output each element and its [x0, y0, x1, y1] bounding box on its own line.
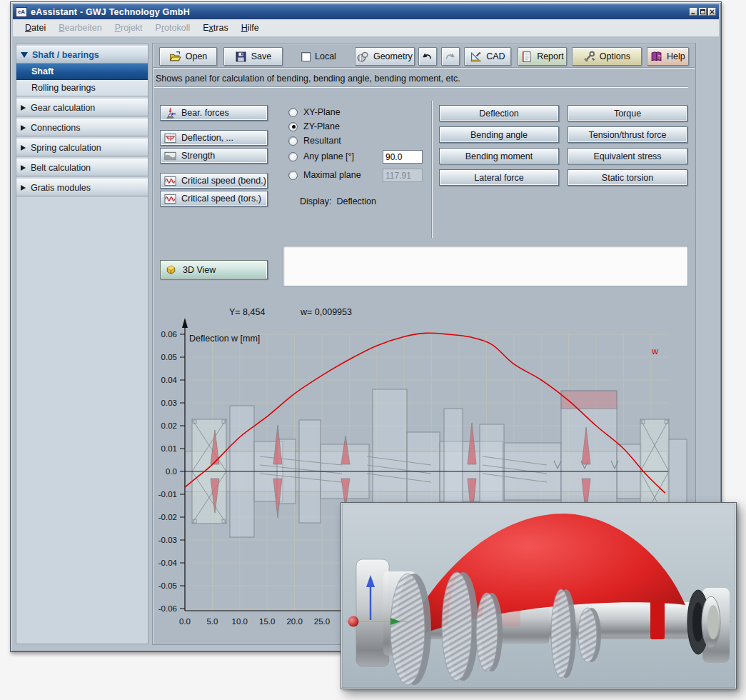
sidebar-item-belt-calculation[interactable]: Belt calculation	[16, 159, 148, 176]
resultant-radio[interactable]	[288, 136, 298, 146]
toolbar-button-label: Options	[600, 51, 630, 61]
info-panel	[283, 246, 688, 286]
minimize-button[interactable]	[690, 8, 697, 16]
calc-button-label: Bear. forces	[181, 108, 229, 118]
menu-bar: DateiBearbeitenProjektProtokollExtrasHil…	[13, 19, 719, 36]
strength-button[interactable]: Strength	[160, 148, 268, 164]
local-checkbox-label: Local	[315, 51, 336, 61]
view-3d-label: 3D View	[183, 265, 216, 275]
sidebar-item-shaft-bearings[interactable]: Shaft / bearings	[16, 46, 148, 64]
critical-speed-bend-button[interactable]: Critical speed (bend.)	[160, 173, 268, 189]
deflection-button[interactable]: Deflection, ...	[160, 130, 268, 146]
any-plane-radio-label: Any plane [°]	[303, 151, 354, 161]
resultant-radio-label: Resultant	[303, 136, 341, 146]
sidebar-item-spring-calculation[interactable]: Spring calculation	[16, 139, 148, 156]
plane-radio-row-any-plane: Any plane [°]	[288, 151, 354, 161]
local-checkbox[interactable]	[301, 52, 311, 61]
plane-radio-row-maximal-plane: Maximal plane	[288, 170, 361, 180]
title-bar[interactable]: eA eAssistant - GWJ Technology GmbH	[13, 4, 719, 19]
sidebar-item-label: Gratis modules	[31, 183, 91, 193]
equivalent-stress-button[interactable]: Equivalent stress	[568, 148, 687, 164]
close-button[interactable]	[708, 8, 716, 16]
options-tools-icon	[583, 51, 595, 63]
readout-y: Y= 8,454	[229, 307, 265, 317]
critical-speed-tors-button[interactable]: Critical speed (tors.)	[160, 191, 268, 206]
status-divider	[154, 86, 688, 88]
xy-plane-radio-label: XY-Plane	[303, 107, 341, 117]
result-button-label: Deflection	[479, 109, 519, 119]
help-button[interactable]: ?Help	[647, 47, 689, 66]
sidebar-item-shaft[interactable]: Shaft	[16, 64, 148, 80]
window-title: eAssistant - GWJ Technology GmbH	[31, 7, 688, 17]
shaft-3d-render[interactable]	[342, 504, 735, 688]
result-button-label: Equivalent stress	[593, 151, 661, 161]
zy-plane-radio[interactable]	[288, 122, 298, 131]
calc-button-label: Strength	[181, 151, 215, 161]
any-plane-radio[interactable]	[288, 152, 298, 161]
svg-text:5.0: 5.0	[206, 617, 218, 626]
menu-projekt: Projekt	[109, 21, 149, 34]
save-disk-icon	[235, 51, 247, 63]
strength-wave-icon	[164, 150, 176, 162]
menu-hilfe[interactable]: Hilfe	[235, 21, 266, 34]
deflection-button[interactable]: Deflection	[439, 105, 559, 121]
desktop-background: eA eAssistant - GWJ Technology GmbH Date…	[0, 0, 746, 700]
tension-thrust-force-button[interactable]: Tension/thrust force	[568, 126, 687, 143]
geometry-button[interactable]: Geometry	[355, 47, 415, 66]
module-sidebar: Shaft / bearingsShaftRolling bearingsGea…	[16, 44, 148, 644]
xy-plane-radio[interactable]	[288, 108, 298, 117]
undo-arrow-icon	[421, 51, 433, 63]
svg-text:-0.01: -0.01	[158, 490, 177, 499]
cad-button[interactable]: CAD	[464, 47, 511, 66]
display-indicator: Display: Deflection	[300, 196, 376, 206]
svg-text:-0.06: -0.06	[158, 604, 177, 613]
plane-radio-row-zy-plane: ZY-Plane	[288, 121, 340, 131]
report-button[interactable]: Report	[518, 47, 567, 66]
sidebar-item-gear-calculation[interactable]: Gear calculation	[16, 99, 148, 116]
static-torsion-button[interactable]: Static torsion	[568, 169, 687, 186]
save-button[interactable]: Save	[223, 47, 283, 66]
menu-extras[interactable]: Extras	[196, 21, 234, 34]
toolbar-button-label: CAD	[486, 51, 505, 61]
menu-datei[interactable]: Datei	[19, 21, 52, 34]
sidebar-item-label: Belt calculation	[31, 163, 91, 173]
svg-text:0.0: 0.0	[179, 617, 191, 626]
svg-text:15.0: 15.0	[259, 617, 275, 626]
sidebar-item-rolling-bearings[interactable]: Rolling bearings	[16, 80, 148, 96]
curve-legend-w: w	[651, 346, 659, 356]
maximize-button[interactable]	[699, 8, 707, 16]
view-3d-button[interactable]: 3D View	[160, 260, 268, 279]
bear-forces-button[interactable]: Bear. forces	[160, 105, 268, 121]
result-button-label: Torque	[614, 109, 641, 119]
y-axis-title: Deflection w [mm]	[189, 334, 260, 344]
bending-angle-button[interactable]: Bending angle	[439, 126, 559, 143]
torque-button[interactable]: Torque	[568, 105, 687, 121]
any-plane-input[interactable]	[383, 150, 423, 164]
sidebar-item-gratis-modules[interactable]: Gratis modules	[16, 179, 148, 196]
undo-arrow-button[interactable]	[418, 47, 437, 66]
zy-plane-radio-label: ZY-Plane	[303, 121, 340, 131]
redo-arrow-icon	[444, 51, 456, 63]
vertical-separator	[431, 101, 433, 238]
toolbar-button-label: Open	[186, 51, 208, 61]
svg-text:-0.03: -0.03	[158, 536, 177, 544]
cad-drawing-icon	[470, 51, 482, 63]
geometry-shaft-icon	[357, 51, 369, 63]
svg-text:-0.05: -0.05	[158, 581, 177, 590]
bending-moment-button[interactable]: Bending moment	[439, 148, 559, 164]
lateral-force-button[interactable]: Lateral force	[439, 169, 559, 186]
overlay-3d-window[interactable]	[341, 502, 737, 689]
sidebar-item-connections[interactable]: Connections	[16, 119, 148, 136]
collapsed-triangle-icon	[21, 145, 26, 151]
options-button[interactable]: Options	[572, 47, 642, 66]
calc-button-label: Critical speed (bend.)	[181, 176, 266, 186]
plane-radio-row-xy-plane: XY-Plane	[288, 107, 341, 117]
maximal-plane-radio[interactable]	[288, 171, 298, 180]
result-button-label: Tension/thrust force	[588, 130, 666, 140]
collapsed-triangle-icon	[21, 105, 26, 111]
right-ring-3d	[687, 590, 720, 654]
red-origin-sphere	[348, 616, 359, 627]
collapsed-triangle-icon	[21, 165, 26, 171]
open-button[interactable]: Open	[159, 47, 217, 66]
sidebar-item-label: Rolling bearings	[31, 83, 96, 93]
